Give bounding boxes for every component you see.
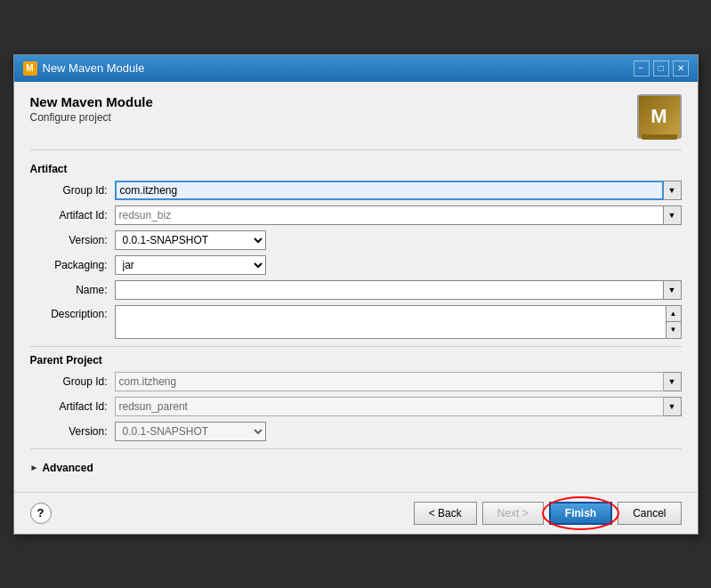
artifact-id-field: ▼ [115,205,682,225]
description-row: Description: ▲ ▼ [30,305,682,339]
dialog-window: M New Maven Module − □ ✕ New Maven Modul… [13,54,699,535]
parent-group-id-label: Group Id: [30,375,115,388]
advanced-label: Advanced [42,462,93,474]
bottom-bar: ? < Back Next > Finish Cancel [14,492,698,534]
next-button[interactable]: Next > [482,502,544,525]
close-button[interactable]: ✕ [673,60,689,77]
title-bar-left: M New Maven Module [23,61,145,76]
title-bar: M New Maven Module − □ ✕ [14,55,698,82]
advanced-divider [30,448,682,449]
parent-version-select[interactable]: 0.0.1-SNAPSHOT [115,422,266,441]
parent-group-id-dropdown[interactable]: ▼ [664,372,682,391]
bottom-right-buttons: < Back Next > Finish Cancel [414,502,682,525]
advanced-row[interactable]: ► Advanced [30,456,682,479]
finish-wrap: Finish [549,502,612,525]
version-row: Version: 0.0.1-SNAPSHOT [30,230,682,250]
name-row: Name: ▼ [30,280,682,300]
divider [30,346,682,347]
description-label: Description: [30,308,115,320]
minimize-button[interactable]: − [634,60,650,77]
maven-logo-icon: M [637,94,682,139]
parent-version-field: 0.0.1-SNAPSHOT [115,422,682,441]
group-id-row: Group Id: ▼ [30,181,682,200]
maximize-button[interactable]: □ [653,60,669,77]
header-text: New Maven Module Configure project [30,94,153,124]
dialog-content: New Maven Module Configure project M Art… [14,82,698,492]
parent-group-id-input[interactable] [115,372,664,391]
maven-title-icon: M [23,61,37,76]
parent-group-id-field: ▼ [115,372,682,391]
parent-artifact-id-label: Artifact Id: [30,400,115,413]
artifact-id-input[interactable] [115,205,664,225]
scroll-up-btn[interactable]: ▲ [667,306,681,322]
parent-version-label: Version: [30,425,115,438]
description-input[interactable] [115,305,667,339]
parent-artifact-id-input[interactable] [115,397,664,416]
artifact-id-label: Artifact Id: [30,209,115,222]
title-bar-controls: − □ ✕ [634,60,689,77]
parent-version-row: Version: 0.0.1-SNAPSHOT [30,422,682,441]
title-bar-text: New Maven Module [43,61,145,75]
version-field: 0.0.1-SNAPSHOT [115,230,682,250]
packaging-select[interactable]: jar war pom [115,255,266,275]
finish-button[interactable]: Finish [549,502,612,525]
parent-artifact-id-row: Artifact Id: ▼ [30,397,682,416]
group-id-label: Group Id: [30,184,115,197]
group-id-field: ▼ [115,181,682,200]
artifact-id-row: Artifact Id: ▼ [30,205,682,225]
scroll-down-btn[interactable]: ▼ [667,322,681,338]
name-dropdown-btn[interactable]: ▼ [664,280,682,300]
name-label: Name: [30,284,115,296]
packaging-row: Packaging: jar war pom [30,255,682,275]
parent-artifact-id-dropdown[interactable]: ▼ [664,397,682,416]
advanced-arrow-icon: ► [30,463,39,472]
parent-section-label: Parent Project [30,354,682,366]
name-input[interactable] [115,280,664,300]
dialog-title: New Maven Module [30,94,153,109]
packaging-field: jar war pom [115,255,682,275]
header-section: New Maven Module Configure project M [30,94,682,150]
version-select[interactable]: 0.0.1-SNAPSHOT [115,230,266,250]
cancel-button[interactable]: Cancel [618,502,681,525]
version-label: Version: [30,234,115,246]
name-field: ▼ [115,280,682,300]
description-scroll: ▲ ▼ [667,305,682,339]
help-button[interactable]: ? [30,503,52,524]
description-field: ▲ ▼ [115,305,682,339]
parent-artifact-id-field: ▼ [115,397,682,416]
back-button[interactable]: < Back [414,502,477,525]
artifact-id-dropdown-btn[interactable]: ▼ [664,205,682,225]
group-id-input[interactable] [115,181,664,200]
form-area: Artifact Group Id: ▼ Artifact Id: ▼ Ver [30,163,682,479]
artifact-section-label: Artifact [30,163,682,175]
dialog-subtitle: Configure project [30,111,153,124]
packaging-label: Packaging: [30,259,115,271]
group-id-dropdown-btn[interactable]: ▼ [664,181,682,200]
parent-group-id-row: Group Id: ▼ [30,372,682,391]
